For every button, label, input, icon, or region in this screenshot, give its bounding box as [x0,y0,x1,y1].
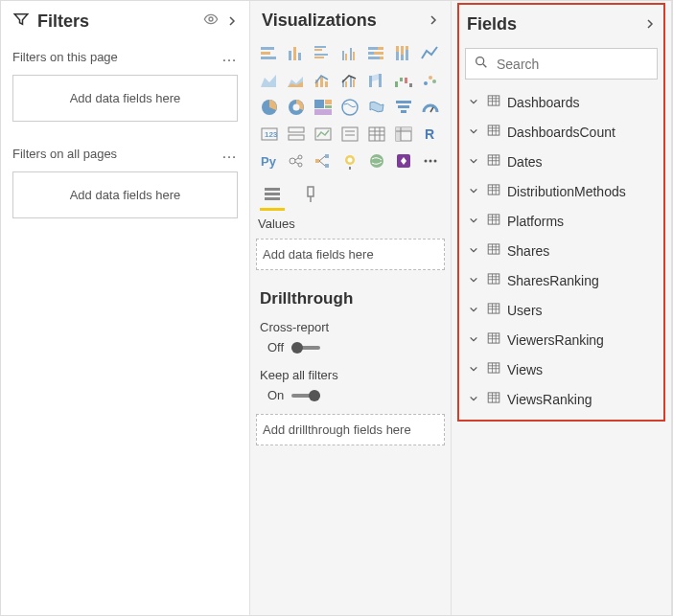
viz-card[interactable]: 123 [258,123,281,146]
chevron-down-icon[interactable] [469,393,480,406]
viz-qna[interactable] [338,149,361,172]
filter-icon [12,11,30,33]
table-row[interactable]: Shares [459,236,663,265]
viz-clustered-bar[interactable] [312,42,335,65]
viz-multi-card[interactable] [285,123,308,146]
viz-ribbon[interactable] [365,69,388,92]
table-icon [486,152,501,171]
chevron-down-icon[interactable] [469,215,480,228]
toggle-switch[interactable] [291,389,320,402]
filters-header: Filters [1,1,249,40]
chevron-down-icon[interactable] [469,185,480,198]
chevron-down-icon[interactable] [469,363,480,376]
viz-table[interactable] [365,123,388,146]
viz-clustered-column[interactable] [338,42,361,65]
fields-highlight-box: Fields DashboardsDashboardsCountDatesDis… [457,3,665,422]
svg-rect-18 [374,52,383,55]
viz-decomposition-tree[interactable] [312,149,335,172]
svg-rect-63 [369,127,384,141]
more-icon[interactable]: … [221,48,238,65]
values-dropzone[interactable]: Add data fields here [256,239,445,270]
viz-line-stacked-column[interactable] [312,69,335,92]
viz-powerapps[interactable] [392,149,415,172]
viz-100-stacked-column[interactable] [392,42,415,65]
eye-icon[interactable] [203,11,219,32]
svg-point-90 [425,160,428,163]
fields-pane: Fields DashboardsDashboardsCountDatesDis… [452,1,672,615]
filters-page-label: Filters on this page [12,50,118,64]
chevron-down-icon[interactable] [469,125,480,139]
viz-stacked-bar[interactable] [258,42,281,65]
svg-rect-33 [353,80,355,87]
viz-key-influencers[interactable] [285,149,308,172]
viz-waterfall[interactable] [392,69,415,92]
format-tab[interactable] [300,184,321,205]
viz-python[interactable]: Py [258,149,281,172]
viz-stacked-column[interactable] [285,42,308,65]
viz-r[interactable]: R [419,123,442,146]
chevron-down-icon[interactable] [469,155,480,169]
filters-page-dropzone[interactable]: Add data fields here [12,75,238,122]
svg-rect-5 [293,47,296,60]
viz-filled-map[interactable] [365,96,388,119]
chevron-right-icon[interactable] [226,13,238,31]
viz-gauge[interactable] [419,96,442,119]
toggle-switch[interactable] [291,341,320,354]
table-row[interactable]: ViewersRanking [459,325,663,354]
chevron-down-icon[interactable] [469,304,480,317]
chevron-down-icon[interactable] [469,274,480,287]
viz-100-stacked-bar[interactable] [365,42,388,65]
table-row[interactable]: Platforms [459,206,663,236]
table-row[interactable]: DistributionMethods [459,176,663,206]
svg-rect-20 [380,57,383,59]
chevron-right-icon[interactable] [428,12,439,30]
table-row[interactable]: Users [459,295,663,325]
keep-filters-toggle[interactable]: On [256,384,445,410]
chevron-down-icon[interactable] [469,333,480,347]
table-row[interactable]: SharesRanking [459,265,663,295]
cross-report-toggle[interactable]: Off [256,336,445,362]
table-name: SharesRanking [507,273,599,288]
svg-rect-46 [314,100,324,108]
viz-pie[interactable] [258,96,281,119]
table-row[interactable]: Dashboards [459,87,663,117]
chevron-right-icon[interactable] [644,16,656,34]
viz-kpi[interactable] [312,123,335,146]
table-row[interactable]: Views [459,354,663,384]
viz-slicer[interactable] [338,123,361,146]
svg-point-50 [342,100,358,115]
filters-all-dropzone[interactable]: Add data fields here [12,171,238,218]
chevron-down-icon[interactable] [469,244,480,258]
viz-scatter[interactable] [419,69,442,92]
more-icon[interactable]: … [221,145,238,162]
viz-arcgis[interactable] [365,149,388,172]
viz-line[interactable] [419,42,442,65]
viz-area[interactable] [258,69,281,92]
viz-donut[interactable] [285,96,308,119]
viz-stacked-area[interactable] [285,69,308,92]
table-name: ViewersRanking [507,332,604,348]
svg-rect-11 [342,51,344,60]
viz-treemap[interactable] [312,96,335,119]
table-icon [486,331,501,349]
search-input[interactable] [497,57,664,72]
viz-more-icon[interactable] [419,149,442,172]
table-row[interactable]: ViewsRanking [459,384,663,414]
svg-rect-53 [401,110,406,113]
svg-rect-47 [325,100,332,104]
table-row[interactable]: DashboardsCount [459,117,663,147]
fields-tab[interactable] [262,184,283,205]
viz-map[interactable] [338,96,361,119]
svg-point-42 [432,80,436,83]
svg-rect-31 [345,81,347,87]
drillthrough-dropzone[interactable]: Add drillthrough fields here [256,414,445,445]
search-box[interactable] [465,48,658,80]
viz-line-clustered-column[interactable] [338,69,361,92]
svg-rect-12 [345,54,347,60]
viz-matrix[interactable] [392,123,415,146]
svg-rect-28 [320,77,323,87]
viz-funnel[interactable] [392,96,415,119]
table-row[interactable]: Dates [459,147,663,176]
chevron-down-icon[interactable] [469,96,480,109]
svg-rect-48 [325,105,332,108]
